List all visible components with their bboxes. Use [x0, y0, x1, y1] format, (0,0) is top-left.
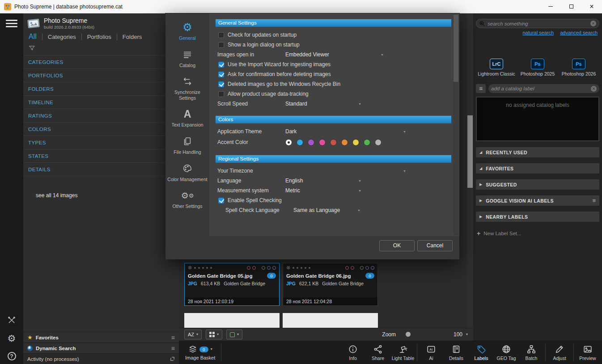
- grip-icon[interactable]: ≡: [171, 334, 175, 341]
- accent-color-swatch[interactable]: [364, 139, 370, 146]
- add-label-input-box[interactable]: ×: [488, 84, 599, 93]
- checkbox[interactable]: [218, 81, 224, 87]
- activity-bar[interactable]: Activity (no processes): [23, 353, 179, 364]
- zoom-slider-handle[interactable]: [406, 332, 411, 337]
- search-box[interactable]: ×: [476, 19, 599, 28]
- list-item-folders[interactable]: FOLDERS: [23, 82, 179, 96]
- toolbar-geo-tag-button[interactable]: GEO Tag: [494, 341, 519, 364]
- settings-nav-text-expansion[interactable]: A Text Expansion: [165, 105, 209, 132]
- app-tab-photoshop-2025[interactable]: Ps Photoshop 2025: [517, 59, 558, 76]
- color-label-dot[interactable]: [267, 266, 271, 270]
- dialog-scrollbar[interactable]: [453, 14, 459, 235]
- application-theme-select[interactable]: Dark ▼: [285, 128, 406, 135]
- view-mode-button[interactable]: ▾: [206, 330, 222, 339]
- rating-dot[interactable]: [210, 267, 212, 269]
- ok-button[interactable]: OK: [379, 240, 415, 251]
- list-item-details[interactable]: DETAILS: [23, 163, 179, 176]
- accent-color-swatch[interactable]: [308, 139, 314, 146]
- images-open-in-select[interactable]: Embedded Viewer ▼: [285, 51, 384, 58]
- toolbar-ai-button[interactable]: AI Ai: [419, 341, 444, 364]
- settings-gear-icon[interactable]: ⚙: [8, 334, 16, 343]
- section-recently-used[interactable]: ◢ RECENTLY USED: [476, 147, 599, 157]
- toolbar-share-button[interactable]: Share: [365, 341, 390, 364]
- checkbox[interactable]: [218, 42, 224, 48]
- scroll-speed-select[interactable]: Standard ▼: [285, 101, 361, 107]
- settings-nav-catalog[interactable]: Catalog: [165, 45, 209, 72]
- checkbox[interactable]: [218, 91, 224, 97]
- color-label-dot[interactable]: [371, 266, 374, 270]
- app-tab-photoshop-2026[interactable]: Ps Photoshop 2026: [558, 59, 599, 76]
- checkbox[interactable]: [218, 62, 224, 68]
- close-button[interactable]: ×: [581, 0, 602, 13]
- list-item-colors[interactable]: COLORS: [23, 123, 179, 136]
- color-label-dot[interactable]: [252, 266, 256, 270]
- maximize-button[interactable]: [561, 0, 581, 13]
- version-count-badge[interactable]: 0: [267, 273, 276, 279]
- rating-dot[interactable]: [202, 267, 204, 269]
- toolbar-adjust-button[interactable]: Adjust: [547, 341, 572, 364]
- main-menu-button[interactable]: [6, 20, 17, 27]
- toolbar-batch-button[interactable]: Batch: [519, 341, 544, 364]
- tab-folders[interactable]: Folders: [117, 34, 142, 40]
- dynamic-search-bar[interactable]: Dynamic Search ≡: [23, 343, 179, 353]
- checkbox[interactable]: [218, 32, 224, 38]
- rating-dot[interactable]: [309, 267, 310, 269]
- search-input[interactable]: [488, 21, 588, 26]
- rating-dot[interactable]: [198, 267, 200, 269]
- toolbar-info-button[interactable]: Info: [340, 341, 365, 364]
- image-basket-button[interactable]: 0 ▾ Image Basket: [181, 341, 220, 364]
- color-label-dot[interactable]: [272, 266, 276, 270]
- rating-dot[interactable]: [297, 267, 298, 269]
- accent-color-swatch[interactable]: [285, 139, 292, 146]
- color-label-dot[interactable]: [365, 266, 369, 270]
- clear-label-icon[interactable]: ×: [591, 86, 597, 92]
- partial-thumbnail[interactable]: [184, 313, 280, 328]
- version-count-badge[interactable]: 0: [365, 273, 374, 279]
- checkbox[interactable]: [218, 198, 224, 203]
- settings-nav-other-settings[interactable]: ⚙⚙ Other Settings: [165, 186, 209, 213]
- toolbar-preview-button[interactable]: Preview: [575, 341, 600, 364]
- list-item-timeline[interactable]: TIMELINE: [23, 96, 179, 109]
- color-label-dot[interactable]: [262, 266, 265, 270]
- color-label-dot[interactable]: [351, 266, 354, 270]
- see-all-images-link[interactable]: see all 14 images: [36, 192, 179, 199]
- section-favorites[interactable]: ◢ FAVORITES: [476, 163, 599, 174]
- section-google-vision-ai-labels[interactable]: ▶ GOOGLE VISION AI LABELS ≡: [476, 195, 599, 206]
- natural-search-link[interactable]: natural search: [523, 30, 554, 35]
- chevron-down-icon[interactable]: ▾: [211, 347, 212, 351]
- timezone-select[interactable]: ▼: [285, 169, 406, 173]
- section-menu-icon[interactable]: ≡: [592, 198, 596, 203]
- filter-icon[interactable]: [29, 45, 35, 51]
- image-card[interactable]: ⊗ Golden Gate Bridge 05.jpg 0 JPG 613,4 …: [184, 263, 280, 306]
- sort-order-button[interactable]: AZ ▾: [184, 330, 202, 339]
- language-select[interactable]: English ▼: [285, 178, 361, 184]
- section-suggested[interactable]: ▶ SUGGESTED: [476, 179, 599, 190]
- spell-check-language-select[interactable]: Same as Language ▼: [293, 207, 360, 213]
- rating-dot[interactable]: [301, 267, 302, 269]
- label-menu-icon[interactable]: ≡: [476, 84, 486, 93]
- reject-icon[interactable]: ⊗: [188, 265, 192, 270]
- expand-icon[interactable]: [170, 356, 175, 361]
- accent-color-swatch[interactable]: [319, 139, 326, 146]
- toolbar-labels-button[interactable]: Labels: [469, 341, 494, 364]
- zoom-slider[interactable]: [399, 330, 442, 339]
- dialog-scrollbar-thumb[interactable]: [454, 15, 458, 82]
- grid-scrollbar-thumb[interactable]: [467, 115, 473, 188]
- settings-nav-color-management[interactable]: Color Management: [165, 159, 209, 186]
- settings-nav-file-handling[interactable]: File Handling: [165, 132, 209, 159]
- section-nearby-labels[interactable]: ▶ NEARBY LABELS: [476, 212, 599, 222]
- measurement-select[interactable]: Metric ▼: [285, 187, 361, 194]
- accent-color-swatch[interactable]: [330, 139, 337, 146]
- tab-portfolios[interactable]: Portfolios: [81, 34, 111, 40]
- clear-search-icon[interactable]: ×: [590, 21, 596, 26]
- settings-nav-synchronize[interactable]: Synchronize Settings: [165, 72, 209, 105]
- rating-dot[interactable]: [194, 267, 196, 269]
- rating-dot[interactable]: [206, 267, 208, 269]
- partial-thumbnail[interactable]: [283, 313, 378, 328]
- list-item-types[interactable]: TYPES: [23, 136, 179, 149]
- color-label-dot[interactable]: [345, 266, 349, 270]
- list-item-categories[interactable]: CATEGORIES: [23, 55, 179, 69]
- accent-color-swatch[interactable]: [375, 139, 382, 146]
- overlay-options-button[interactable]: ▾: [226, 330, 242, 339]
- settings-nav-general[interactable]: ⚙ General: [165, 18, 209, 45]
